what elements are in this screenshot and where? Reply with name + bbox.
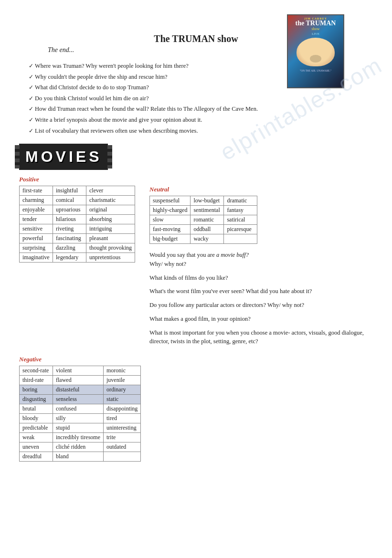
negative-cell: tired: [103, 414, 140, 423]
negative-cell: flawed: [53, 376, 104, 385]
negative-cell: silly: [53, 414, 104, 423]
question-actors-directors: Do you follow any particular actors or d…: [149, 301, 373, 310]
negative-cell: predictable: [20, 423, 53, 433]
neutral-cell: highly-charged: [150, 206, 191, 215]
positive-cell: sensitive: [20, 224, 53, 234]
negative-cell: disgusting: [20, 395, 53, 404]
negative-cell: senseless: [53, 395, 104, 404]
positive-cell: charismatic: [86, 196, 135, 205]
movie-poster: JIM CARREY the TRUMAN show LIVE "ON THE …: [287, 14, 344, 88]
bullet-item: Write a brief synopsis about the movie a…: [29, 115, 373, 126]
negative-cell: [103, 452, 140, 462]
bullet-item: How did Truman react when he found the w…: [29, 104, 373, 115]
question-films: What kinds of films do you like?: [149, 274, 373, 283]
bullet-item: List of vocabulary that reviewers often …: [29, 126, 373, 137]
italic-movie-buff: a movie buff?: [216, 252, 249, 258]
positive-cell: unpretentious: [86, 253, 135, 263]
positive-cell: legendary: [53, 253, 86, 263]
positive-cell: dazzling: [53, 243, 86, 253]
negative-cell: boring: [20, 385, 53, 395]
negative-cell: ordinary: [103, 385, 140, 395]
right-section: Neutral suspensefullow-budgetdramatichig…: [149, 186, 373, 351]
positive-cell: riveting: [53, 224, 86, 234]
neutral-table: suspensefullow-budgetdramatichighly-char…: [149, 196, 257, 244]
neutral-label: Neutral: [149, 186, 373, 193]
negative-cell: confused: [53, 404, 104, 414]
question-worst-film: What's the worst film you've ever seen? …: [149, 287, 373, 296]
neutral-cell: wacky: [191, 234, 224, 244]
negative-cell: distasteful: [53, 385, 104, 395]
negative-cell: second-rate: [20, 366, 53, 376]
positive-cell: uproarious: [53, 205, 86, 215]
positive-cell: surprising: [20, 243, 53, 253]
positive-section: first-rateinsightfulclevercharmingcomica…: [19, 186, 373, 351]
negative-cell: trite: [103, 433, 140, 442]
positive-cell: clever: [86, 186, 135, 196]
neutral-cell: sentimental: [191, 206, 224, 215]
negative-cell: outdated: [103, 442, 140, 452]
neutral-cell: big-budget: [150, 234, 191, 244]
header-area: The TRUMAN show The end... JIM CARREY th…: [19, 14, 373, 54]
positive-table-container: first-rateinsightfulclevercharmingcomica…: [19, 186, 135, 263]
positive-cell: hilarious: [53, 215, 86, 224]
poster-truman: the TRUMAN: [296, 20, 336, 27]
negative-cell: violent: [53, 366, 104, 376]
neutral-cell: fast-moving: [150, 225, 191, 234]
positive-label: Positive: [19, 176, 373, 183]
film-strip: MOVIES: [19, 144, 108, 170]
negative-cell: juvenile: [103, 376, 140, 385]
poster-show: show: [312, 27, 320, 31]
neutral-cell: oddball: [191, 225, 224, 234]
negative-cell: bloody: [20, 414, 53, 423]
poster-tagline: "ON THE AIR. UNAWARE.": [300, 69, 331, 72]
poster-live: LIVE: [312, 32, 319, 36]
questions-block: Would you say that you are a movie buff?…: [149, 251, 373, 346]
movies-banner: MOVIES: [19, 144, 373, 170]
poster-face: [297, 38, 335, 66]
positive-cell: thought provoking: [86, 243, 135, 253]
positive-cell: pleasant: [86, 234, 135, 243]
neutral-cell: fantasy: [224, 206, 257, 215]
positive-cell: powerful: [20, 234, 53, 243]
neutral-cell: romantic: [191, 215, 224, 225]
neutral-cell: picaresque: [224, 225, 257, 234]
positive-cell: fascinating: [53, 234, 86, 243]
positive-cell: intriguing: [86, 224, 135, 234]
positive-cell: charming: [20, 196, 53, 205]
negative-table: second-rateviolentmoronicthird-rateflawe…: [19, 366, 141, 462]
neutral-cell: [224, 234, 257, 244]
positive-cell: tender: [20, 215, 53, 224]
negative-cell: cliché ridden: [53, 442, 104, 452]
negative-cell: bland: [53, 452, 104, 462]
positive-cell: comical: [53, 196, 86, 205]
negative-cell: moronic: [103, 366, 140, 376]
negative-cell: static: [103, 395, 140, 404]
positive-cell: original: [86, 205, 135, 215]
neutral-cell: satirical: [224, 215, 257, 225]
negative-cell: disappointing: [103, 404, 140, 414]
neutral-cell: slow: [150, 215, 191, 225]
negative-cell: dreadful: [20, 452, 53, 462]
neutral-cell: dramatic: [224, 196, 257, 206]
positive-cell: absorbing: [86, 215, 135, 224]
question-movie-buff: Would you say that you are a movie buff?…: [149, 251, 373, 269]
positive-cell: enjoyable: [20, 205, 53, 215]
question-good-film: What makes a good film, in your opinion?: [149, 315, 373, 324]
negative-cell: uneven: [20, 442, 53, 452]
neutral-cell: suspenseful: [150, 196, 191, 206]
neutral-cell: low-budget: [191, 196, 224, 206]
positive-cell: insightful: [53, 186, 86, 196]
negative-cell: stupid: [53, 423, 104, 433]
negative-cell: weak: [20, 433, 53, 442]
positive-cell: imaginative: [20, 253, 53, 263]
negative-cell: brutal: [20, 404, 53, 414]
bullet-item: Do you think Christof would let him die …: [29, 93, 373, 104]
negative-cell: third-rate: [20, 376, 53, 385]
negative-label: Negative: [19, 356, 373, 363]
negative-cell: uninteresting: [103, 423, 140, 433]
movies-text: MOVIES: [25, 148, 102, 166]
positive-table: first-rateinsightfulclevercharmingcomica…: [19, 186, 135, 263]
positive-cell: first-rate: [20, 186, 53, 196]
question-important: What is most important for you when you …: [149, 328, 373, 347]
negative-cell: incredibly tiresome: [53, 433, 104, 442]
